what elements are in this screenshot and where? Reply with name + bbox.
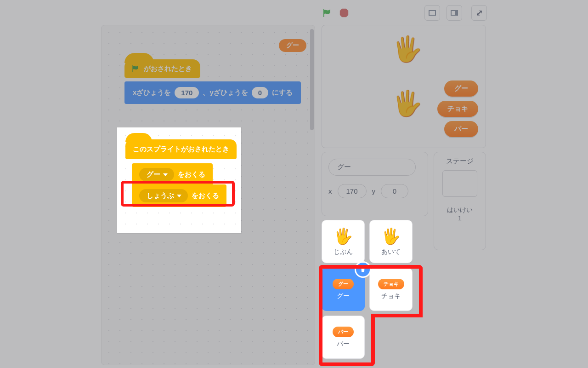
hat-sprite-label: このスプライトがおされたとき <box>133 145 229 153</box>
x-input[interactable]: 170 <box>175 87 199 98</box>
broadcast-dropdown-1[interactable]: グー <box>139 168 174 181</box>
svg-marker-0 <box>340 9 348 17</box>
sprite-tile-tag: チョキ <box>378 279 404 289</box>
highlight-region: このスプライトがおされたとき グー をおくる しょうぶ をおくる <box>117 127 241 233</box>
when-flag-clicked-block[interactable]: がおされたとき <box>124 59 200 78</box>
sprite-name-input[interactable]: グー <box>328 159 416 176</box>
fullscreen-button[interactable]: ⤢ <box>471 5 487 21</box>
motion-suffix: にする <box>272 88 293 97</box>
sprite-tile-jibun[interactable]: 🖐️ じぶん <box>322 220 365 263</box>
y-input[interactable]: 0 <box>252 87 268 98</box>
motion-prefix: xざひょうを <box>133 88 171 97</box>
broadcast-option-1: グー <box>147 170 160 179</box>
sprite-list: 🖐️ じぶん 🖐️ あいて グー グー チョキ チョキ パー パー <box>322 220 428 359</box>
x-label: x <box>328 187 332 195</box>
goto-xy-block[interactable]: xざひょうを 170 、yざひょうを 0 にする <box>124 81 301 104</box>
stage-sprite-hand-bottom[interactable]: 🖐️ <box>392 91 423 115</box>
sprite-tile-label: あいて <box>381 248 401 256</box>
sprite-tile-paa[interactable]: パー パー <box>322 316 365 359</box>
sprite-tile-label: パー <box>337 340 350 348</box>
stop-icon[interactable] <box>339 8 349 18</box>
stage-button-rock[interactable]: グー <box>444 80 478 97</box>
stage-selector[interactable]: ステージ はいけい 1 <box>434 152 486 250</box>
trash-icon <box>360 266 366 273</box>
hand-icon: 🖐️ <box>334 227 353 245</box>
backdrops-count: 1 <box>438 214 482 222</box>
stage-sprite-hand-top[interactable]: 🖐️ <box>392 36 423 61</box>
when-sprite-clicked-block[interactable]: このスプライトがおされたとき <box>125 139 237 159</box>
highlight-outline <box>121 181 235 207</box>
chevron-down-icon <box>163 173 168 176</box>
stage-button-scissors[interactable]: チョキ <box>437 101 478 117</box>
hand-icon: 🖐️ <box>381 227 401 245</box>
script-area[interactable]: グー がおされたとき xざひょうを 170 、yざひょうを 0 にする このスプ… <box>101 25 315 365</box>
sprite-tile-label: じぶん <box>334 248 353 256</box>
sprite-tile-label: チョキ <box>381 292 401 300</box>
sprite-tile-aite[interactable]: 🖐️ あいて <box>369 220 413 263</box>
stage[interactable]: 🖐️ 🖐️ グー チョキ パー <box>322 25 486 148</box>
y-value-input[interactable]: 0 <box>381 184 408 198</box>
sprite-info-panel: グー x 170 y 0 <box>322 152 428 216</box>
small-stage-button[interactable] <box>424 5 440 21</box>
stage-header: ⤢ <box>322 4 487 22</box>
broadcast-suffix-1: をおくる <box>178 170 205 179</box>
sprite-watermark: グー <box>279 39 306 52</box>
stage-title: ステージ <box>438 157 482 166</box>
motion-mid: 、yざひょうを <box>203 88 248 97</box>
stage-button-paper[interactable]: パー <box>444 121 478 137</box>
sprite-tile-tag: グー <box>333 279 354 289</box>
delete-sprite-button[interactable] <box>356 263 370 276</box>
sprite-tile-guu[interactable]: グー グー <box>322 268 365 311</box>
sprite-tile-label: グー <box>337 292 350 300</box>
large-stage-button[interactable] <box>447 5 462 21</box>
scrollbar[interactable] <box>310 29 314 130</box>
sprite-tile-choki[interactable]: チョキ チョキ <box>369 268 413 311</box>
stage-thumbnail[interactable] <box>442 170 477 197</box>
x-value-input[interactable]: 170 <box>338 184 367 198</box>
green-flag-icon[interactable] <box>322 7 333 18</box>
hat-flag-label: がおされたとき <box>144 64 192 73</box>
backdrops-label: はいけい <box>438 206 482 214</box>
flag-icon <box>131 64 140 73</box>
y-label: y <box>372 187 376 195</box>
sprite-tile-tag: パー <box>333 327 354 337</box>
